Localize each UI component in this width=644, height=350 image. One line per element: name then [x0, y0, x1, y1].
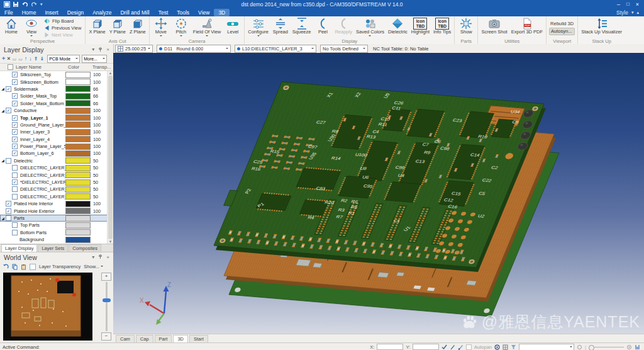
squeeze-button[interactable]: Squeeze — [291, 17, 313, 38]
snap-pen-icon[interactable] — [450, 344, 455, 350]
layer-row-silkscreen-top[interactable]: ✓Silkscreen_Top100 — [0, 71, 113, 78]
pcb-3d-view[interactable]: X1X2U9C26C11C10R11C4R13C23U34R10C6C98C27… — [113, 53, 644, 334]
layer-transparency-value[interactable]: 50 — [93, 165, 98, 171]
refresh-view-icon[interactable] — [3, 264, 9, 270]
view-tab-cap[interactable]: Cap — [136, 335, 153, 343]
scale-combo[interactable]: 25.000:25.000 — [115, 45, 153, 53]
worldview-close-icon[interactable]: × — [106, 254, 109, 260]
grid-snap-icon[interactable] — [502, 344, 508, 350]
menu-file[interactable]: File — [0, 9, 18, 16]
layer-transparency-value[interactable]: 100 — [93, 137, 101, 142]
info-tips-button[interactable]: Icon TBD Info Tips — [431, 17, 453, 38]
status-dropdown[interactable] — [519, 344, 574, 350]
layer-color-swatch[interactable] — [65, 144, 91, 150]
undo-icon[interactable] — [21, 1, 28, 8]
home-button[interactable]: Home — [1, 17, 21, 38]
menu-test[interactable]: Test — [154, 9, 173, 16]
layer-row-bottom-layer-6[interactable]: ✓Bottom_Layer_6100 — [0, 150, 113, 157]
qat-customize-caret[interactable]: ▾ — [40, 2, 43, 7]
y-plane-button[interactable]: Y Plane — [108, 17, 128, 38]
expand-icon[interactable]: ◢ — [0, 217, 6, 220]
layer-row-silkscreen-bottom[interactable]: ✓Silkscreen_Bottom100 — [0, 78, 113, 85]
menu-home[interactable]: Home — [18, 9, 41, 16]
add-layer-icon[interactable]: + — [2, 56, 5, 62]
copy-view-icon[interactable] — [12, 264, 18, 270]
redo-icon[interactable] — [31, 1, 38, 8]
layer-color-swatch[interactable] — [65, 129, 91, 135]
layer-color-swatch[interactable] — [65, 237, 91, 243]
paste-view-icon[interactable] — [21, 264, 26, 270]
pcb-mode-select[interactable]: PCB Mode — [47, 55, 80, 63]
layer-visibility-checkbox[interactable] — [12, 222, 18, 228]
layer-row-dielectric-layer-4[interactable]: DIELECTRIC_LAYER_450 — [0, 186, 113, 193]
expand-icon[interactable]: ◢ — [0, 109, 6, 113]
view-button[interactable]: View — [21, 17, 42, 38]
layer-visibility-checkbox[interactable]: ✓ — [12, 129, 18, 135]
layer-visibility-checkbox[interactable]: ✓ — [6, 208, 11, 214]
next-view-button[interactable]: Next View — [43, 31, 82, 38]
worldview-menu-caret-icon[interactable]: ▾ — [92, 254, 94, 260]
move-down-icon[interactable]: ↓ — [29, 56, 32, 62]
menu-insert[interactable]: Insert — [40, 9, 62, 16]
saved-colors-button[interactable]: Saved Colors — [354, 17, 386, 38]
menu-view[interactable]: View — [194, 9, 214, 16]
more-select[interactable]: More... — [82, 55, 107, 63]
configure-button[interactable]: Configure — [246, 17, 270, 38]
layer-visibility-checkbox[interactable]: ✓ — [12, 115, 18, 121]
layer-visibility-checkbox[interactable] — [6, 158, 11, 164]
layer-transparency-value[interactable]: 66 — [93, 101, 98, 106]
layer-visibility-checkbox[interactable] — [12, 194, 18, 200]
panel-tab-layer-display[interactable]: Layer Display — [1, 244, 37, 252]
thumbnail-zoom-slider[interactable]: + − — [101, 273, 111, 341]
layer-color-swatch[interactable] — [65, 222, 91, 229]
layer-transparency-value[interactable]: 50 — [93, 179, 98, 185]
pitch-button[interactable]: Pitch — [171, 17, 191, 38]
previous-view-button[interactable]: Previous View — [43, 25, 82, 31]
layer-visibility-checkbox[interactable]: ✓ — [12, 72, 18, 77]
layer-color-swatch[interactable] — [65, 179, 91, 186]
layer-row-ground-plane-layer-2[interactable]: ✓Ground_Plane_Layer_2100 — [0, 121, 113, 128]
layer-visibility-checkbox[interactable]: ✓ — [12, 101, 18, 106]
layer-visibility-checkbox[interactable]: ✓ — [12, 137, 18, 142]
layer-row-plated-hole-interior[interactable]: ✓Plated Hole Interior100 — [0, 200, 113, 207]
view-tab-3d[interactable]: 3D — [173, 335, 188, 343]
zoom-slider-track[interactable] — [106, 282, 108, 331]
peel-button[interactable]: Peel — [313, 17, 333, 38]
highlight-button[interactable]: Icon TBD Highlight — [409, 17, 431, 38]
flip-board-button[interactable]: Flip Board — [43, 18, 82, 24]
panel-tab-layer-sets[interactable]: Layer Sets — [38, 244, 68, 252]
layer-color-swatch[interactable] — [65, 72, 91, 78]
layer-color-swatch[interactable] — [65, 208, 91, 214]
layer-transparency-value[interactable]: 100 — [93, 72, 101, 77]
y-coordinate-field[interactable] — [413, 344, 439, 350]
field-of-view-button[interactable]: Field Of View — [191, 17, 223, 38]
layer-color-swatch[interactable] — [65, 201, 91, 207]
layer-transparency-value[interactable]: 66 — [93, 93, 98, 99]
zoom-out-button[interactable]: − — [101, 332, 111, 341]
layer-row-dielectric-layer-5[interactable]: DIELECTRIC_LAYER_550 — [0, 193, 113, 200]
layer-combo[interactable]: L10:DIELECTRIC_LAYER_3 — [235, 45, 316, 53]
view-tab-cam[interactable]: Cam — [116, 335, 135, 343]
layer-row-bottom-parts[interactable]: Bottom Parts — [0, 229, 113, 236]
show-dropdown[interactable]: Show... — [84, 264, 103, 269]
layer-row-inner-layer-4[interactable]: ✓Inner_Layer_4100 — [0, 136, 113, 143]
layer-color-swatch[interactable] — [65, 172, 91, 178]
delete-layer-icon[interactable]: × — [7, 56, 10, 62]
layer-visibility-checkbox[interactable] — [12, 165, 18, 171]
layer-color-swatch[interactable] — [65, 79, 91, 85]
layer-color-swatch[interactable] — [65, 86, 91, 92]
layer-transparency-value[interactable]: 100 — [93, 150, 101, 156]
view-tab-start[interactable]: Start — [189, 335, 208, 343]
panel-tab-composites[interactable]: Composites — [69, 244, 101, 252]
layer-visibility-checkbox[interactable]: ✓ — [12, 179, 18, 185]
layer-visibility-checkbox[interactable]: ✓ — [12, 150, 18, 156]
layer-visibility-checkbox[interactable]: ✓ — [6, 201, 11, 206]
layer-transparency-value[interactable]: 100 — [93, 129, 101, 135]
style-caret-icon[interactable]: ▾ — [631, 10, 634, 15]
minimize-button[interactable]: – — [617, 1, 620, 8]
measure-pen-icon[interactable] — [458, 344, 464, 350]
maximize-button[interactable]: □ — [626, 1, 630, 7]
expand-icon[interactable]: ◢ — [0, 159, 6, 162]
layer-row-conductive[interactable]: ◢✓Conductive100 — [0, 107, 113, 114]
layer-row-dielectric-layer-2[interactable]: DIELECTRIC_LAYER_250 — [0, 171, 113, 178]
